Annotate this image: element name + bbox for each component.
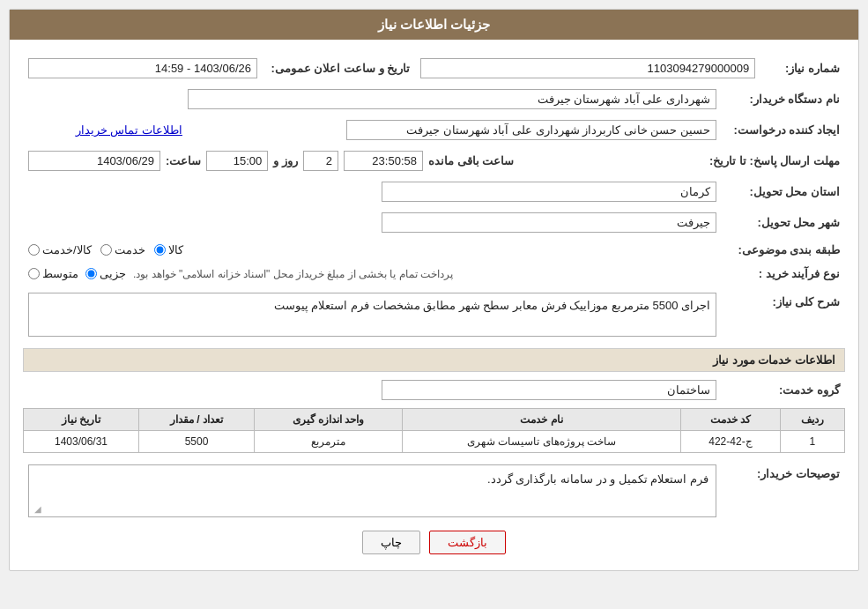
col-header-unit: واحد اندازه گیری xyxy=(254,409,402,431)
need-desc-label: شرح کلی نیاز: xyxy=(722,290,845,339)
category-khadamat-label: خدمت xyxy=(115,243,145,256)
deadline-date: 1403/06/29 xyxy=(28,151,160,171)
process-jozvi-radio[interactable] xyxy=(85,268,97,279)
city-value: جیرفت xyxy=(382,212,716,233)
deadline-days: 2 xyxy=(303,151,338,171)
col-header-name: نام خدمت xyxy=(402,409,680,431)
category-kala-khadamat-label: کالا/خدمت xyxy=(42,243,92,256)
table-row: 1ج-42-422ساخت پروژه‌های تاسیسات شهریمترم… xyxy=(24,431,845,453)
deadline-label: مهلت ارسال پاسخ: تا تاریخ: xyxy=(704,148,845,174)
category-khadamat-radio[interactable] xyxy=(100,244,112,256)
province-value: کرمان xyxy=(382,182,716,202)
buyer-desc-text: فرم استعلام تکمیل و در سامانه بارگذاری گ… xyxy=(487,472,708,486)
announce-date-value: 1403/06/26 - 14:59 xyxy=(28,58,257,78)
process-jozvi-item: جزیی xyxy=(85,267,126,280)
col-header-date: تاریخ نیاز xyxy=(24,409,139,431)
deadline-remaining-label: ساعت باقی مانده xyxy=(428,154,514,167)
category-kala-radio[interactable] xyxy=(154,244,166,256)
province-label: استان محل تحویل: xyxy=(722,179,845,204)
deadline-time-label: ساعت: xyxy=(166,154,201,167)
process-motavaset-radio[interactable] xyxy=(28,268,40,279)
process-type-label: نوع فرآیند خرید : xyxy=(722,264,845,283)
category-kala-label: کالا xyxy=(168,243,183,256)
buyer-description: فرم استعلام تکمیل و در سامانه بارگذاری گ… xyxy=(28,464,716,517)
back-button[interactable]: بازگشت xyxy=(429,531,506,554)
announce-date-label: تاریخ و ساعت اعلان عمومی: xyxy=(263,56,415,81)
col-header-row: ردیف xyxy=(780,409,844,431)
category-khadamat-item: خدمت xyxy=(100,243,145,256)
button-row: بازگشت چاپ xyxy=(23,531,845,554)
buyer-desc-resize[interactable]: ◢ xyxy=(31,504,41,515)
category-kala-khadamat-item: کالا/خدمت xyxy=(28,243,92,256)
process-jozvi-label: جزیی xyxy=(100,267,126,280)
city-label: شهر محل تحویل: xyxy=(722,210,845,235)
need-description: اجرای 5500 مترمربع موزاییک فرش معابر سطح… xyxy=(28,293,716,337)
services-section-title: اطلاعات خدمات مورد نیاز xyxy=(23,348,845,372)
deadline-remaining: 23:50:58 xyxy=(344,151,423,171)
buyer-org-label: نام دستگاه خریدار: xyxy=(722,86,845,112)
col-header-code: کد خدمت xyxy=(681,409,781,431)
process-motavaset-item: متوسط xyxy=(28,267,78,280)
contact-link[interactable]: اطلاعات تماس خریدار xyxy=(76,123,182,137)
need-number-value: 1103094279000009 xyxy=(420,58,755,78)
service-group-value: ساختمان xyxy=(382,380,716,400)
buyer-desc-label: توصیحات خریدار: xyxy=(722,462,845,520)
page-header: جزئیات اطلاعات نیاز xyxy=(10,10,858,40)
process-motavaset-label: متوسط xyxy=(42,267,78,280)
process-desc: پرداخت تمام یا بخشی از مبلغ خریداز محل "… xyxy=(133,268,453,280)
print-button[interactable]: چاپ xyxy=(362,531,420,554)
creator-label: ایجاد کننده درخواست: xyxy=(722,117,845,143)
col-header-qty: تعداد / مقدار xyxy=(139,409,255,431)
deadline-days-label: روز و xyxy=(273,154,298,167)
creator-name: حسین حسن خانی کاربرداز شهرداری علی آباد … xyxy=(346,120,716,140)
deadline-time: 15:00 xyxy=(206,151,268,171)
category-label: طبقه بندی موضوعی: xyxy=(722,241,845,259)
service-group-label: گروه خدمت: xyxy=(722,377,845,403)
category-kala-khadamat-radio[interactable] xyxy=(28,244,40,256)
need-number-label: شماره نیاز: xyxy=(760,56,845,81)
services-table: ردیف کد خدمت نام خدمت واحد اندازه گیری ت… xyxy=(23,408,845,453)
buyer-org-value: شهرداری علی آباد شهرستان جیرفت xyxy=(188,89,716,109)
category-radio-group: کالا/خدمت خدمت کالا xyxy=(28,243,716,256)
category-kala-item: کالا xyxy=(154,243,183,256)
page-title: جزئیات اطلاعات نیاز xyxy=(378,17,490,32)
